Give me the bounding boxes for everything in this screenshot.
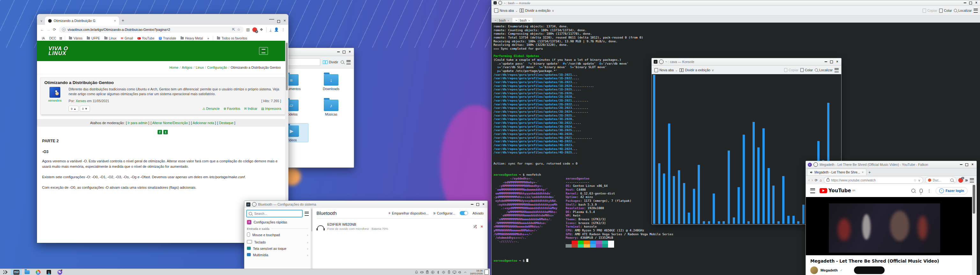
remove-device-icon[interactable]: × xyxy=(480,224,483,229)
bluetooth-device-row[interactable]: EDIFIER W820NB Fone de ouvido com microf… xyxy=(313,219,487,234)
new-tab-button[interactable]: Nova aba⌄ xyxy=(654,68,678,72)
task-chrome[interactable] xyxy=(33,269,43,275)
folder-músicas[interactable]: ♪Músicas xyxy=(315,98,348,116)
moderation-link[interactable]: [ Destaque ] xyxy=(217,121,235,125)
tab-search-icon[interactable]: ∨ xyxy=(40,19,43,22)
browser-tab[interactable]: Otimizando a Distribuição G × xyxy=(45,17,119,25)
bookmark-item[interactable]: Heavy Metal xyxy=(179,36,205,41)
article-action-printer[interactable]: ▤Impressora xyxy=(261,106,281,111)
reload-icon[interactable]: ⟳ xyxy=(815,178,818,182)
close-icon[interactable]: × xyxy=(970,163,975,166)
like-button[interactable]: 9 ▲ xyxy=(68,106,78,112)
video-player[interactable] xyxy=(806,197,972,255)
show-desktop-button[interactable] xyxy=(485,270,489,275)
twitter-share-icon[interactable]: t xyxy=(163,130,168,134)
sidebar-item-multimedia[interactable]: Multimídia› xyxy=(244,252,311,258)
breadcrumb-item[interactable]: Configuração xyxy=(207,66,227,70)
facebook-share-icon[interactable]: f xyxy=(158,130,162,134)
more-menu-icon[interactable]: ⋮ xyxy=(282,27,285,32)
tab-close-icon[interactable]: × xyxy=(528,19,530,22)
bookmark-item[interactable]: 文Translate xyxy=(157,36,178,41)
extensions-icon[interactable]: ❖ xyxy=(260,27,263,32)
downloads-icon[interactable]: ↓ xyxy=(270,28,272,32)
back-icon[interactable]: ← xyxy=(40,27,44,32)
moderation-link[interactable]: [ Ir para admin ] xyxy=(126,121,149,125)
konsole-menu-icon[interactable] xyxy=(974,9,978,13)
reading-list-icon[interactable]: ▤ xyxy=(246,27,250,32)
maximize-icon[interactable] xyxy=(277,19,281,23)
youtube-menu-icon[interactable] xyxy=(810,188,815,193)
bookmark-item[interactable]: IA xyxy=(40,36,46,41)
tray-brightness-icon[interactable] xyxy=(441,269,446,275)
url-dropdown-icon[interactable]: ∨ xyxy=(918,179,920,182)
copy-button[interactable]: Copiar xyxy=(784,68,799,72)
minimize-icon[interactable]: — xyxy=(269,16,274,22)
minimize-icon[interactable] xyxy=(959,163,963,166)
new-tab-icon[interactable]: + xyxy=(869,170,871,175)
bookmark-star-icon[interactable]: ☆ xyxy=(237,27,240,32)
toolbar-overflow-icon[interactable]: » xyxy=(965,177,968,183)
more-menu-icon[interactable]: ⋮ xyxy=(927,188,931,193)
paste-button[interactable]: Colar xyxy=(939,9,952,13)
clock[interactable]: 16:26 16/01/2026 xyxy=(470,269,483,275)
copy-button[interactable]: Copiar xyxy=(923,9,937,13)
adblock-icon[interactable]: 8 xyxy=(958,178,963,183)
bluetooth-toggle[interactable] xyxy=(460,211,468,215)
article-action-mail[interactable]: ✉Indicar xyxy=(244,106,257,111)
bookmark-item[interactable]: Vários xyxy=(67,36,84,41)
tab-close-icon[interactable]: × xyxy=(862,171,864,174)
search-icon[interactable] xyxy=(912,189,915,193)
bookmark-item[interactable]: Linux xyxy=(103,36,118,41)
tray-notifications-icon[interactable] xyxy=(414,269,419,275)
disconnect-icon[interactable] xyxy=(473,224,477,229)
app-launcher-button[interactable] xyxy=(0,269,11,275)
channel-avatar[interactable] xyxy=(810,266,818,274)
folder-downloads[interactable]: ↓Downloads xyxy=(315,72,348,91)
split-view-button[interactable]: Dividir a exibição∨ xyxy=(679,68,714,72)
send-to-device-icon[interactable]: ⇱ xyxy=(232,27,235,32)
falkon-scrollbar[interactable]: ▲ xyxy=(972,184,976,275)
sidebar-item-touchscreen[interactable]: Tela sensível ao toque› xyxy=(244,245,311,252)
close-icon[interactable]: × xyxy=(481,202,485,206)
tray-bluetooth-icon[interactable] xyxy=(436,269,441,275)
moderation-link[interactable]: [ Alterar Nome/Descrição ] xyxy=(151,121,190,125)
all-bookmarks-button[interactable]: Todos os favoritos xyxy=(215,36,249,41)
author-avatar[interactable] xyxy=(49,87,60,98)
menu-icon[interactable] xyxy=(347,60,351,64)
find-button[interactable]: Localizar xyxy=(815,68,833,72)
url-bar[interactable]: ≈ vivaolinux.com.br/artigo/Otimizando-a-… xyxy=(59,27,244,33)
apps-grid-icon[interactable] xyxy=(60,37,62,40)
falkon-titlebar[interactable]: ◗ Megadeth - Let There Be Shred (Officia… xyxy=(806,161,977,168)
maximize-icon[interactable] xyxy=(476,202,480,206)
forward-icon[interactable]: › xyxy=(811,178,813,182)
bookmark-item[interactable]: DCC xyxy=(48,36,58,41)
youtube-logo[interactable]: YouTubeBR xyxy=(819,188,855,193)
cava-menu-icon[interactable] xyxy=(835,68,839,72)
bookmark-item[interactable]: YouTube xyxy=(136,36,156,41)
maximize-icon[interactable] xyxy=(342,50,346,54)
task-dolphin[interactable] xyxy=(22,269,33,275)
close-icon[interactable]: × xyxy=(835,60,839,64)
bluetooth-titlebar[interactable]: ⇄ Bluetooth — Configurações do sistema × xyxy=(244,201,487,208)
mic-icon[interactable] xyxy=(920,189,923,193)
bookmark-item[interactable]: MGmail xyxy=(119,36,135,41)
tray-caret-up-icon[interactable] xyxy=(463,269,468,275)
login-button[interactable]: ◔Fazer login xyxy=(935,187,967,194)
sidebar-item-mouse[interactable]: Mouse e touchpad› xyxy=(244,231,311,239)
settings-search-input[interactable] xyxy=(254,212,300,216)
falkon-url-bar[interactable]: https://www.youtube.com/watch ☆ ∨ xyxy=(824,177,923,184)
maximize-icon[interactable] xyxy=(829,60,834,64)
sidebar-toggle-icon[interactable]: ⇄ xyxy=(246,202,250,207)
bookmarks-overflow-button[interactable]: » xyxy=(206,36,211,41)
new-tab-icon[interactable]: + xyxy=(121,18,124,23)
tray-volume-icon[interactable] xyxy=(457,269,463,275)
site-info-icon[interactable]: ≈ xyxy=(62,28,66,32)
profile-icon[interactable]: 👤 xyxy=(274,27,279,32)
cava-titlebar[interactable]: > ~ : cava — Konsole × xyxy=(652,58,841,66)
article-action-plus-circle[interactable]: ⊕Favoritos xyxy=(224,106,240,111)
breadcrumb-item[interactable]: Home xyxy=(169,66,178,70)
forward-icon[interactable]: → xyxy=(46,27,50,32)
site-menu-button[interactable] xyxy=(259,47,268,55)
split-view-button[interactable]: Dividir a exibição∨ xyxy=(520,9,554,13)
tab-close-icon[interactable]: × xyxy=(114,19,116,22)
